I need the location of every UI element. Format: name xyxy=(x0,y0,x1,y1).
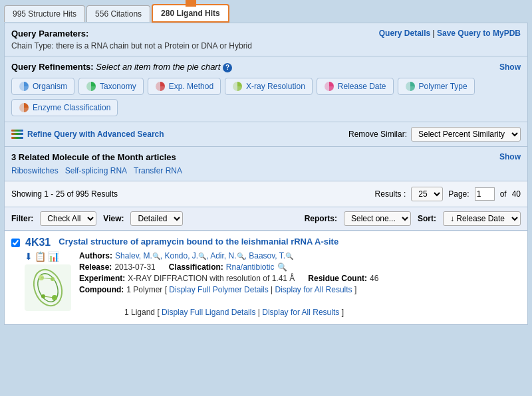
release-classification-row: Release: 2013-07-31 Classification: Rna/… xyxy=(79,262,521,272)
experiment-row: Experiment: X-RAY DIFFRACTION with resol… xyxy=(79,274,521,283)
article-link-transfer-rna[interactable]: Transfer RNA xyxy=(134,166,182,175)
compound-label: Compound: xyxy=(79,285,124,294)
filter-sort-bar: Filter: Check All View: Detailed Reports… xyxy=(5,207,527,231)
tab-ligand-hits[interactable]: 280 Ligand Hits xyxy=(152,4,229,23)
results-controls: Results : 25 Page: of 40 xyxy=(375,187,521,201)
classification-group: Classification: Rna/antibiotic 🔍 xyxy=(169,262,287,272)
compound-line2: 1 Ligand [ Display Full Ligand Details |… xyxy=(124,308,344,317)
total-pages: 40 xyxy=(512,189,521,199)
query-params-right: Query Details | Save Query to MyPDB xyxy=(379,29,521,38)
articles-header: 3 Related Molecule of the Month articles… xyxy=(11,152,521,162)
polymer-all-link[interactable]: Display for All Results xyxy=(275,285,352,294)
showing-text: Showing 1 - 25 of 995 Results xyxy=(11,189,118,199)
compound-group: Compound: 1 Polymer [ Display Full Polym… xyxy=(79,285,521,294)
articles-show-link[interactable]: Show xyxy=(499,152,521,161)
compound-line1: 1 Polymer [ Display Full Polymer Details… xyxy=(126,285,356,294)
refine-btn-release-date[interactable]: Release Date xyxy=(317,78,394,95)
refinements-show-link[interactable]: Show xyxy=(499,62,521,72)
action-icons: ⬇ 📋 📊 xyxy=(25,251,59,262)
svg-rect-9 xyxy=(25,264,71,311)
author-search-1[interactable]: 🔍 xyxy=(152,252,160,260)
result-title: Crystal structure of apramycin bound to … xyxy=(59,237,338,247)
details-icon[interactable]: 📊 xyxy=(48,251,59,262)
articles-title: 3 Related Molecule of the Month articles xyxy=(11,152,176,162)
reports-select[interactable]: Select one... xyxy=(344,211,411,226)
save-query-link[interactable]: Save Query to MyPDB xyxy=(437,29,521,38)
release-label: Release: xyxy=(79,262,112,272)
advanced-search-link[interactable]: Refine Query with Advanced Search xyxy=(27,130,164,139)
refine-btn-taxonomy[interactable]: Taxonomy xyxy=(78,78,144,95)
view-label: View: xyxy=(103,214,124,223)
authors-value[interactable]: Shalev, M.🔍, Kondo, J.🔍, Adir, N.🔍, Baas… xyxy=(115,251,293,260)
page-number-input[interactable] xyxy=(475,187,495,201)
article-link-riboswitches[interactable]: Riboswitches xyxy=(11,166,59,175)
compound-line2-row: 1 Ligand [ Display Full Ligand Details |… xyxy=(124,308,521,317)
view-icon[interactable]: 📋 xyxy=(35,251,46,262)
page-label: Page: xyxy=(448,189,469,199)
result-details: Authors: Shalev, M.🔍, Kondo, J.🔍, Adir, … xyxy=(79,251,521,319)
release-date: 2013-07-31 xyxy=(114,262,155,272)
result-body: ⬇ 📋 📊 xyxy=(25,251,521,319)
experiment-value: X-RAY DIFFRACTION with resolution of 1.4… xyxy=(128,274,295,283)
percent-similarity-select[interactable]: Select Percent Similarity xyxy=(411,127,521,142)
classification-search-icon[interactable]: 🔍 xyxy=(277,262,287,272)
refine-btn-polymer-type[interactable]: Polymer Type xyxy=(398,78,475,95)
residue-value: 46 xyxy=(370,274,378,283)
download-icon[interactable]: ⬇ xyxy=(25,251,33,262)
advanced-search-section: Refine Query with Advanced Search Remove… xyxy=(5,122,527,147)
result-header: 4K31 Crystal structure of apramycin boun… xyxy=(11,237,521,248)
article-link-self-splicing-rna[interactable]: Self-splicing RNA xyxy=(65,166,127,175)
ligand-details-link[interactable]: Display Full Ligand Details xyxy=(162,308,255,317)
query-details-link[interactable]: Query Details xyxy=(379,29,430,38)
article-links: RiboswitchesSelf-splicing RNATransfer RN… xyxy=(11,166,521,175)
view-select[interactable]: Detailed xyxy=(130,211,183,226)
author-search-2[interactable]: 🔍 xyxy=(198,252,206,260)
polymer-details-link[interactable]: Display Full Polymer Details xyxy=(169,285,268,294)
reports-label: Reports: xyxy=(305,214,337,223)
refine-btn-enzyme-classification[interactable]: Enzyme Classification xyxy=(11,99,118,116)
author-search-4[interactable]: 🔍 xyxy=(285,252,293,260)
result-entry: 4K31 Crystal structure of apramycin boun… xyxy=(5,231,527,324)
query-params-left: Query Parameters: Chain Type: there is a… xyxy=(11,29,252,50)
query-params-title: Query Parameters: xyxy=(11,29,252,39)
compound-row: Compound: 1 Polymer [ Display Full Polym… xyxy=(79,285,521,317)
filter-select[interactable]: Check All xyxy=(40,211,96,226)
release-group: Release: 2013-07-31 xyxy=(79,262,156,272)
authors-row: Authors: Shalev, M.🔍, Kondo, J.🔍, Adir, … xyxy=(79,251,521,260)
result-icons: ⬇ 📋 📊 xyxy=(25,251,71,319)
refine-btn-exp-method[interactable]: Exp. Method xyxy=(148,78,221,95)
results-count-select[interactable]: 25 xyxy=(411,187,443,201)
advanced-left: Refine Query with Advanced Search xyxy=(11,130,164,139)
author-search-3[interactable]: 🔍 xyxy=(237,252,245,260)
result-image xyxy=(25,264,71,311)
refinements-header: Query Refinements: Select an item from t… xyxy=(11,62,521,72)
filter-label: Filter: xyxy=(11,214,33,223)
results-label: Results : xyxy=(375,189,406,199)
bars-icon xyxy=(11,130,23,139)
classification-value[interactable]: Rna/antibiotic xyxy=(226,262,275,272)
result-id[interactable]: 4K31 xyxy=(25,237,51,248)
tab-citations[interactable]: 556 Citations xyxy=(86,5,150,22)
tabs-bar: 995 Structure Hits 556 Citations 280 Lig… xyxy=(0,0,532,23)
residue-group: Residue Count: 46 xyxy=(308,274,378,283)
classification-label: Classification: xyxy=(169,262,223,272)
authors-label: Authors: xyxy=(79,251,112,260)
tab-structure-hits[interactable]: 995 Structure Hits xyxy=(4,5,85,22)
refinement-buttons: Organism Taxonomy Exp. Method X-ray Reso… xyxy=(11,78,521,116)
experiment-group: Experiment: X-RAY DIFFRACTION with resol… xyxy=(79,274,295,283)
help-icon[interactable]: ? xyxy=(223,63,232,72)
refine-btn-organism[interactable]: Organism xyxy=(11,78,74,95)
residue-label: Residue Count: xyxy=(308,274,367,283)
of-label: of xyxy=(500,189,507,199)
authors-group: Authors: Shalev, M.🔍, Kondo, J.🔍, Adir, … xyxy=(79,251,293,260)
refine-btn-xray-resolution[interactable]: X-ray Resolution xyxy=(225,78,313,95)
experiment-label: Experiment: xyxy=(79,274,125,283)
sort-select[interactable]: ↓ Release Date xyxy=(443,211,521,226)
ligand-all-link[interactable]: Display for All Results xyxy=(262,308,339,317)
refinements-title: Query Refinements: Select an item from t… xyxy=(11,62,232,72)
results-bar: Showing 1 - 25 of 995 Results Results : … xyxy=(5,181,527,207)
main-content: Query Parameters: Chain Type: there is a… xyxy=(4,23,528,325)
sort-label: Sort: xyxy=(418,214,436,223)
result-checkbox[interactable] xyxy=(11,239,20,247)
remove-similar-label: Remove Similar: xyxy=(348,130,407,139)
